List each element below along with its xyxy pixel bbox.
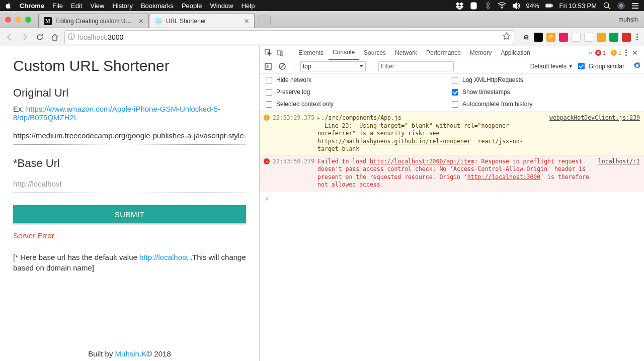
ext-icon[interactable] [534,33,543,42]
wifi-icon[interactable] [498,2,506,10]
device-mode-icon[interactable] [275,47,286,58]
spotlight-icon[interactable] [603,2,611,10]
log-message: Failed to load http://localhost:7000/api… [317,158,591,189]
menu-view[interactable]: View [90,2,104,10]
footnote-link[interactable]: http://localhost [139,253,188,261]
error-text: Server Error [13,231,246,240]
volume-icon[interactable] [512,2,520,10]
original-url-input[interactable] [13,127,246,145]
url-text: localhost:3000 [78,33,123,41]
console-settings-icon[interactable] [633,62,641,71]
selected-context-check[interactable]: Selected context only [266,101,452,108]
evernote-icon[interactable] [470,2,478,10]
new-tab-button[interactable] [258,16,271,26]
console-filter-input[interactable] [378,61,454,71]
menu-history[interactable]: History [112,2,132,10]
devtools-tab-elements[interactable]: Elements [294,46,328,59]
ext-icon[interactable] [609,33,618,42]
site-info-icon[interactable]: ⓘ [68,33,75,42]
apple-icon[interactable] [5,2,12,9]
home-button[interactable] [49,32,60,43]
devtools-menu-button[interactable] [624,49,628,56]
app-name[interactable]: Chrome [20,2,44,10]
group-similar-check[interactable]: Group similar [578,63,624,70]
ext-lang-icon[interactable]: ഒ [521,33,530,42]
battery-icon [545,2,553,10]
show-timestamps-check[interactable]: Show timestamps [452,88,638,96]
browser-tab[interactable]: URL Shortener [149,14,255,28]
context-select[interactable]: top [300,61,366,71]
dropbox-icon[interactable] [456,2,464,10]
window-zoom-button[interactable] [25,17,31,23]
example-link[interactable]: https://www.amazon.com/Apple-iPhone-GSM-… [13,105,220,122]
warning-count-badge[interactable]: !1 [611,50,621,56]
tab-close-button[interactable] [244,19,249,24]
menu-help[interactable]: Help [242,2,255,10]
tab-close-button[interactable] [138,19,143,24]
devtools-tab-sources[interactable]: Sources [360,46,390,59]
log-timestamp: 22:53:29.375 [273,114,314,121]
clock-text: Fri 10:53 PM [559,2,597,10]
warning-icon: ! [264,115,270,121]
ext-icon[interactable] [572,33,581,42]
menu-window[interactable]: Window [210,2,233,10]
log-levels-select[interactable]: Default levels ▼ [530,63,573,70]
menu-file[interactable]: File [52,2,63,10]
base-url-input[interactable] [13,175,246,193]
devtools-tab-bar: Elements Console Sources Network Perform… [260,46,644,59]
submit-button[interactable]: SUBMIT [13,205,246,223]
log-xhr-check[interactable]: Log XMLHttpRequests [452,76,638,83]
error-count-badge[interactable]: ✕1 [595,50,606,56]
console-log-row[interactable]: ! 22:53:29.375 ./src/components/App.js L… [260,112,644,156]
svg-point-3 [604,3,608,7]
window-minimize-button[interactable] [15,17,21,23]
example-label: Ex: [13,105,26,113]
console-prompt[interactable] [260,192,644,206]
clear-console-icon[interactable] [277,61,288,72]
devtools-tab-application[interactable]: Application [497,46,534,59]
ext-icon[interactable] [584,33,593,42]
inspect-icon[interactable] [263,47,274,58]
devtools-close-button[interactable]: ✕ [631,49,639,57]
devtools-panel: Elements Console Sources Network Perform… [259,46,644,361]
forward-button[interactable] [19,32,30,43]
favicon-react-icon [154,17,163,25]
address-bar[interactable]: ⓘ localhost:3000 [64,30,514,44]
window-close-button[interactable] [5,17,11,23]
hide-network-check[interactable]: Hide network [266,76,452,83]
log-source-link[interactable]: webpackHotDevClient.js:239 [549,114,640,121]
devtools-tab-network[interactable]: Network [391,46,421,59]
log-timestamp: 22:53:50.279 [273,158,314,165]
browser-tab[interactable]: M Editing Creating custom URL s [38,14,149,28]
preserve-log-check[interactable]: Preserve log [266,88,452,96]
bluetooth-icon[interactable] [484,2,492,10]
bookmark-star-icon[interactable] [503,32,511,42]
menu-bookmarks[interactable]: Bookmarks [141,2,174,10]
ext-icon[interactable]: P [546,33,555,42]
profile-name[interactable]: muhsin [618,16,638,23]
original-url-heading: Original Url [13,86,246,100]
back-button[interactable] [4,32,15,43]
chrome-tab-strip: M Editing Creating custom URL s URL Shor… [0,11,644,28]
chrome-menu-button[interactable] [634,34,640,40]
menu-edit[interactable]: Edit [71,2,82,10]
footnote: [* Here base url has the default value h… [13,252,246,273]
siri-icon[interactable] [617,2,625,10]
devtools-tab-memory[interactable]: Memory [466,46,496,59]
reload-button[interactable] [34,32,45,43]
ext-icon[interactable] [622,33,631,42]
footer-link[interactable]: Muhsin.K [115,349,147,358]
tab-title: Editing Creating custom URL s [55,18,135,25]
log-source-link[interactable]: localhost/:1 [598,158,640,165]
autocomplete-check[interactable]: Autocomplete from history [452,101,638,108]
devtools-tab-console[interactable]: Console [329,46,359,60]
ext-icon[interactable] [597,33,606,42]
console-sidebar-toggle-icon[interactable] [263,61,274,72]
notification-center-icon[interactable] [631,2,639,10]
devtools-tab-performance[interactable]: Performance [422,46,465,59]
menu-people[interactable]: People [182,2,202,10]
console-toolbar: top Default levels ▼ Group similar [260,59,644,73]
ext-icon[interactable] [559,33,568,42]
console-log-row[interactable]: ✕ 22:53:50.279 Failed to load http://loc… [260,156,644,192]
more-tabs-icon[interactable]: » [589,49,592,56]
